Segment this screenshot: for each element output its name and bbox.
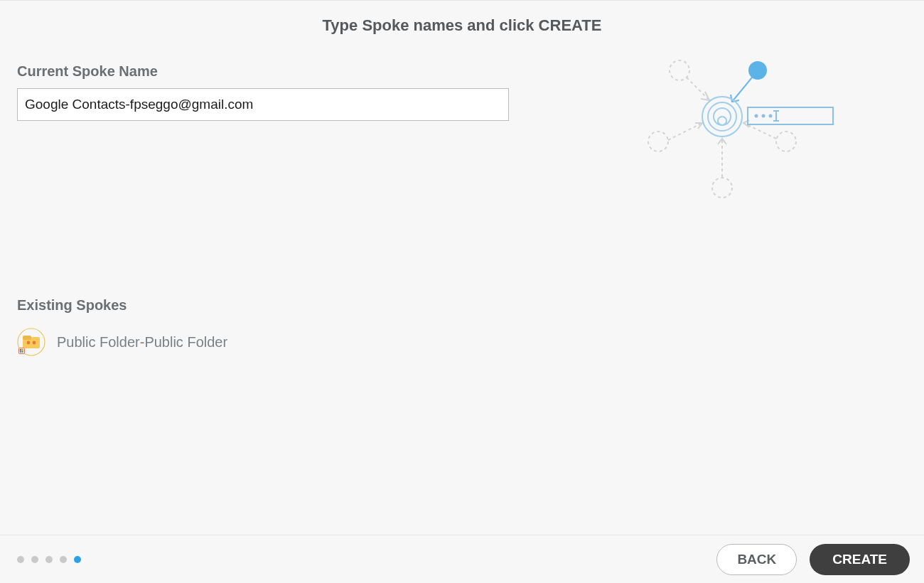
svg-point-12 [648, 132, 668, 151]
svg-rect-6 [19, 348, 25, 354]
step-dot-3 [45, 556, 53, 563]
svg-point-26 [762, 114, 765, 118]
page-title: Type Spoke names and click CREATE [0, 16, 924, 35]
svg-point-14 [712, 178, 732, 198]
step-dot-4 [60, 556, 67, 563]
svg-point-15 [748, 61, 767, 80]
svg-rect-7 [20, 349, 21, 351]
svg-point-27 [769, 114, 773, 118]
svg-point-3 [27, 341, 31, 345]
current-spoke-label: Current Spoke Name [17, 63, 608, 80]
svg-rect-2 [23, 336, 31, 340]
step-dot-5 [74, 556, 81, 563]
page-header: Type Spoke names and click CREATE [0, 1, 924, 35]
create-button[interactable]: CREATE [810, 544, 910, 575]
svg-line-17 [668, 123, 702, 140]
svg-line-20 [732, 77, 752, 102]
back-button[interactable]: BACK [716, 544, 797, 575]
current-spoke-input[interactable] [17, 88, 509, 121]
step-indicator [17, 556, 81, 563]
svg-rect-10 [22, 351, 23, 353]
svg-line-18 [743, 123, 776, 139]
svg-point-25 [755, 114, 758, 118]
svg-rect-8 [22, 349, 23, 351]
public-folder-icon [17, 328, 45, 356]
svg-point-11 [670, 60, 689, 80]
svg-rect-9 [20, 351, 21, 353]
step-dot-1 [17, 556, 24, 563]
svg-line-16 [687, 77, 709, 100]
existing-spokes-title: Existing Spokes [17, 297, 608, 314]
svg-point-4 [33, 341, 36, 345]
existing-spoke-item: Public Folder-Public Folder [17, 328, 608, 356]
step-dot-2 [31, 556, 38, 563]
spoke-illustration-icon [644, 49, 857, 213]
svg-point-13 [776, 132, 796, 151]
existing-spoke-label: Public Folder-Public Folder [57, 334, 227, 351]
svg-rect-24 [748, 107, 833, 124]
wizard-footer: BACK CREATE [0, 535, 924, 583]
